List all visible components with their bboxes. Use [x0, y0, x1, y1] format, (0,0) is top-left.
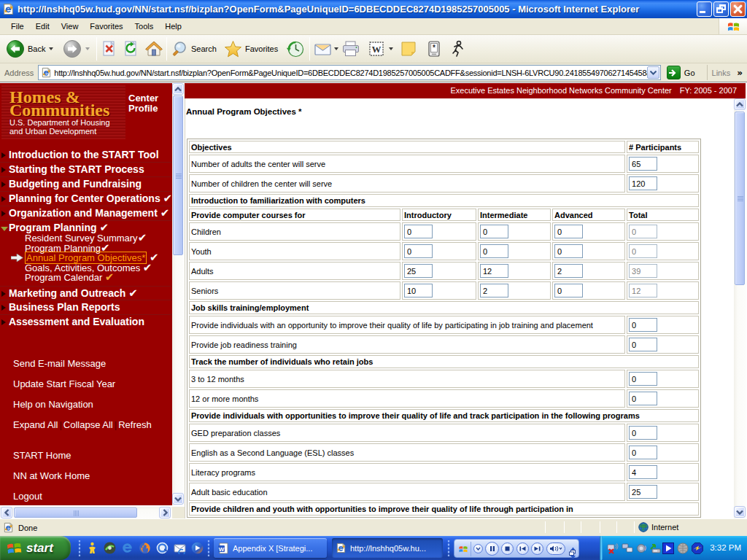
nav-marketing[interactable]: Marketing and Outreach ✔ — [0, 286, 172, 300]
children-intermediate-input[interactable] — [480, 225, 508, 238]
back-dropdown-icon[interactable] — [49, 47, 53, 50]
adults-introductory-input[interactable] — [404, 264, 433, 278]
retain-12plus-input[interactable] — [629, 392, 657, 405]
refresh-button[interactable] — [123, 35, 140, 63]
wmp-next-button[interactable] — [531, 542, 543, 555]
messenger-button[interactable] — [448, 35, 467, 63]
link-expand-all[interactable]: Expand All — [13, 419, 58, 430]
sidebar-hscrollbar[interactable] — [0, 507, 172, 519]
menu-file[interactable]: File — [5, 19, 30, 34]
retain-3-12-input[interactable] — [629, 372, 657, 386]
quicklaunch-ie-icon[interactable] — [121, 542, 133, 554]
scroll-down-button[interactable] — [734, 506, 746, 518]
youth-advanced-input[interactable] — [554, 244, 583, 258]
tray-update-icon[interactable] — [677, 542, 689, 554]
nav-resident-survey[interactable]: Resident Survey Summary✔ — [0, 233, 172, 244]
quicklaunch-media-icon[interactable] — [104, 542, 116, 554]
link-update-fiscal-year[interactable]: Update Start Fiscal Year — [13, 378, 115, 389]
adults-served-input[interactable] — [629, 157, 657, 171]
link-logout[interactable]: Logout — [13, 491, 42, 502]
adults-intermediate-input[interactable] — [480, 264, 508, 278]
nav-program-calendar[interactable]: Program Calendar ✔ — [0, 273, 172, 283]
start-button[interactable]: start — [0, 536, 71, 560]
link-help-navigation[interactable]: Help on Navigation — [13, 399, 93, 410]
quicklaunch-aim-icon[interactable] — [86, 542, 98, 554]
address-input[interactable]: http://lnshhq05w.hud.gov/NN/start.nsf/bi… — [38, 65, 661, 80]
seniors-introductory-input[interactable] — [404, 284, 433, 298]
link-send-email[interactable]: Send E-mail Message — [13, 358, 106, 369]
discuss-button[interactable] — [400, 35, 417, 63]
children-advanced-input[interactable] — [554, 225, 583, 238]
print-button[interactable] — [341, 35, 360, 63]
job-training-input[interactable] — [629, 318, 657, 332]
job-readiness-input[interactable] — [629, 338, 657, 351]
home-button[interactable] — [144, 35, 163, 63]
adult-basic-ed-input[interactable] — [629, 485, 657, 499]
seniors-intermediate-input[interactable] — [480, 284, 508, 298]
menu-help[interactable]: Help — [159, 19, 187, 34]
scrollbar-thumb[interactable] — [735, 112, 745, 285]
scrollbar-thumb[interactable] — [14, 508, 137, 518]
mail-button[interactable] — [314, 35, 338, 63]
tray-messenger-icon[interactable] — [692, 542, 703, 554]
favorites-button[interactable]: Favorites — [224, 35, 278, 63]
menu-favorites[interactable]: Favorites — [84, 19, 128, 34]
wmp-stop-button[interactable] — [501, 542, 514, 555]
close-button[interactable] — [730, 1, 746, 17]
history-button[interactable] — [287, 35, 305, 63]
quicklaunch-quicktime-icon[interactable] — [156, 542, 169, 554]
scroll-up-button[interactable] — [172, 83, 184, 95]
menu-edit[interactable]: Edit — [30, 19, 55, 34]
wmp-menu-button[interactable] — [473, 544, 483, 553]
scrollbar-thumb[interactable] — [173, 96, 183, 255]
restore-button[interactable] — [713, 1, 729, 17]
link-nn-at-work[interactable]: NN at Work Home — [13, 470, 90, 481]
nav-planning-operations[interactable]: Planning for Center Operations ✔ — [0, 192, 172, 206]
mail-dropdown-icon[interactable] — [334, 47, 338, 50]
adults-advanced-input[interactable] — [554, 264, 583, 278]
literacy-input[interactable] — [629, 465, 657, 479]
scroll-up-button[interactable] — [734, 98, 746, 110]
quicklaunch-firefox-icon[interactable] — [139, 542, 151, 554]
link-start-home[interactable]: START Home — [13, 450, 71, 461]
nav-budgeting[interactable]: Budgeting and Fundraising — [0, 177, 172, 192]
menu-view[interactable]: View — [55, 19, 85, 34]
back-button[interactable]: Back — [6, 35, 53, 63]
tray-network-icon[interactable] — [622, 542, 633, 554]
seniors-advanced-input[interactable] — [554, 284, 583, 298]
wmp-restore-icon[interactable] — [569, 550, 576, 556]
children-introductory-input[interactable] — [404, 225, 433, 238]
task-internet-explorer[interactable]: http://lnshhq05w.hu... — [332, 538, 443, 558]
edit-dropdown-icon[interactable] — [389, 47, 393, 50]
link-refresh[interactable]: Refresh — [118, 419, 152, 430]
main-scrollbar[interactable] — [734, 98, 746, 518]
stop-button[interactable] — [101, 35, 118, 63]
quicklaunch-wmp-icon[interactable] — [191, 542, 204, 554]
esl-input[interactable] — [629, 446, 657, 459]
youth-introductory-input[interactable] — [404, 244, 433, 258]
menu-tools[interactable]: Tools — [129, 19, 160, 34]
links-chevron-icon[interactable]: » — [737, 68, 743, 78]
quicklaunch-outlook-icon[interactable] — [174, 542, 186, 554]
wmp-pause-button[interactable] — [485, 542, 499, 556]
sidebar-scrollbar[interactable] — [172, 83, 185, 505]
scroll-right-button[interactable] — [159, 507, 171, 518]
research-button[interactable]: * — [426, 35, 442, 63]
nav-assessment[interactable]: Assessment and Evaluation — [0, 315, 172, 330]
search-button[interactable]: Search — [171, 35, 217, 63]
scroll-left-button[interactable] — [1, 507, 12, 518]
task-word-document[interactable]: W Appendix X [Strategi... — [214, 538, 327, 558]
go-button[interactable]: Go — [667, 66, 695, 79]
nav-organization[interactable]: Organization and Management ✔ — [0, 206, 172, 221]
nav-starting[interactable]: Starting the START Process — [0, 163, 172, 177]
forward-button[interactable] — [63, 35, 90, 63]
edit-button[interactable]: W — [368, 35, 393, 63]
address-dropdown-button[interactable] — [647, 66, 659, 79]
minimize-button[interactable] — [697, 1, 712, 17]
tray-volume-icon[interactable] — [636, 542, 648, 554]
nav-business-plan[interactable]: Business Plan Reports — [0, 300, 172, 315]
tray-wmp-icon[interactable] — [662, 542, 674, 554]
tray-remove-hardware-icon[interactable] — [649, 542, 661, 554]
nav-introduction[interactable]: Introduction to the START Tool — [0, 148, 172, 163]
children-served-input[interactable] — [629, 176, 657, 190]
